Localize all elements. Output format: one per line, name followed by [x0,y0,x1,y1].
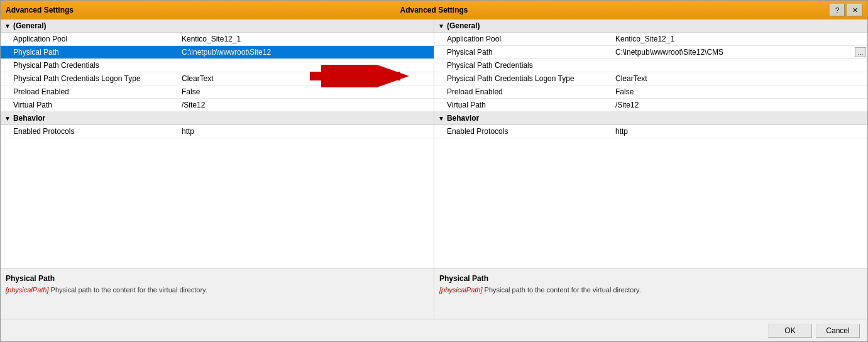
right-value-physcreds [610,59,867,72]
left-behavior-section[interactable]: ▼ Behavior [1,112,434,125]
left-value-preload: False [177,86,434,98]
right-row-logontype[interactable]: Physical Path Credentials Logon Type Cle… [434,72,867,86]
left-desc-text: [physicalPath] Physical path to the cont… [6,285,429,295]
left-label-apppool: Application Pool [1,33,177,45]
right-row-protocols[interactable]: Enabled Protocols http [434,125,867,138]
right-label-logontype: Physical Path Credentials Logon Type [434,72,610,85]
left-label-virtpath: Virtual Path [1,99,177,111]
left-value-protocols: http [177,125,434,138]
right-behavior-chevron: ▼ [438,115,444,122]
help-button[interactable]: ? [830,4,845,16]
title-bar: Advanced Settings Advanced Settings ? ✕ [1,1,867,19]
left-behavior-label: Behavior [13,114,45,123]
left-row-physpath[interactable]: Physical Path C:\inetpub\wwwroot\Site12 [1,46,434,59]
left-label-protocols: Enabled Protocols [1,125,177,138]
center-title: Advanced Settings [400,6,468,14]
left-label-preload: Preload Enabled [1,86,177,98]
left-panel: ▼ (General) Application Pool Kentico_Sit… [1,19,434,268]
right-value-preload: False [610,86,867,98]
right-behavior-section[interactable]: ▼ Behavior [434,112,867,125]
left-value-virtpath: /Site12 [177,99,434,111]
left-value-apppool: Kentico_Site12_1 [177,33,434,45]
right-general-label: (General) [447,21,480,30]
browse-button[interactable]: ... [855,47,866,57]
left-value-logontype: ClearText [177,72,434,85]
right-panel: ▼ (General) Application Pool Kentico_Sit… [434,19,867,268]
left-title: Advanced Settings [6,6,74,14]
right-general-section[interactable]: ▼ (General) [434,19,867,33]
right-label-preload: Preload Enabled [434,86,610,98]
right-value-physpath: C:\inetpub\wwwroot\Site12\CMS ... [610,46,867,58]
right-value-protocols: http [610,125,867,138]
right-value-logontype: ClearText [610,72,867,85]
left-row-physcreds[interactable]: Physical Path Credentials [1,59,434,72]
left-row-preload[interactable]: Preload Enabled False [1,86,434,99]
left-row-logontype[interactable]: Physical Path Credentials Logon Type Cle… [1,72,434,86]
footer: OK Cancel [1,319,867,341]
right-row-preload[interactable]: Preload Enabled False [434,86,867,99]
right-desc-highlight: [physicalPath] [439,286,482,294]
left-value-physpath: C:\inetpub\wwwroot\Site12 [177,46,434,58]
right-behavior-label: Behavior [447,114,479,123]
left-general-label: (General) [13,21,47,30]
left-general-chevron: ▼ [4,23,11,30]
left-behavior-chevron: ▼ [4,115,11,122]
left-description: Physical Path [physicalPath] Physical pa… [1,269,434,319]
right-value-virtpath: /Site12 [610,99,867,111]
right-label-protocols: Enabled Protocols [434,125,610,138]
left-general-section[interactable]: ▼ (General) [1,19,434,33]
left-desc-title: Physical Path [6,274,429,283]
left-settings-table[interactable]: ▼ (General) Application Pool Kentico_Sit… [1,19,434,268]
right-description: Physical Path [physicalPath] Physical pa… [434,269,867,319]
right-row-virtpath[interactable]: Virtual Path /Site12 [434,99,867,112]
right-label-physpath: Physical Path [434,46,610,58]
left-row-apppool[interactable]: Application Pool Kentico_Site12_1 [1,33,434,46]
right-settings-table[interactable]: ▼ (General) Application Pool Kentico_Sit… [434,19,867,268]
close-button[interactable]: ✕ [847,4,862,16]
left-label-logontype: Physical Path Credentials Logon Type [1,72,177,85]
bottom-panels: Physical Path [physicalPath] Physical pa… [1,268,867,319]
ok-button[interactable]: OK [768,324,812,338]
left-label-physcreds: Physical Path Credentials [1,59,177,72]
right-label-virtpath: Virtual Path [434,99,610,111]
left-row-virtpath[interactable]: Virtual Path /Site12 [1,99,434,112]
left-label-physpath: Physical Path [1,46,177,58]
right-general-chevron: ▼ [438,23,444,30]
right-row-apppool[interactable]: Application Pool Kentico_Site12_1 [434,33,867,46]
right-row-physcreds[interactable]: Physical Path Credentials [434,59,867,72]
right-label-apppool: Application Pool [434,33,610,45]
right-label-physcreds: Physical Path Credentials [434,59,610,72]
left-desc-highlight: [physicalPath] [6,286,48,294]
right-row-physpath[interactable]: Physical Path C:\inetpub\wwwroot\Site12\… [434,46,867,59]
right-desc-title: Physical Path [439,274,862,283]
cancel-button[interactable]: Cancel [816,324,860,338]
right-value-apppool: Kentico_Site12_1 [610,33,867,45]
left-row-protocols[interactable]: Enabled Protocols http [1,125,434,138]
left-value-physcreds [177,59,434,72]
right-desc-text: [physicalPath] Physical path to the cont… [439,285,862,295]
